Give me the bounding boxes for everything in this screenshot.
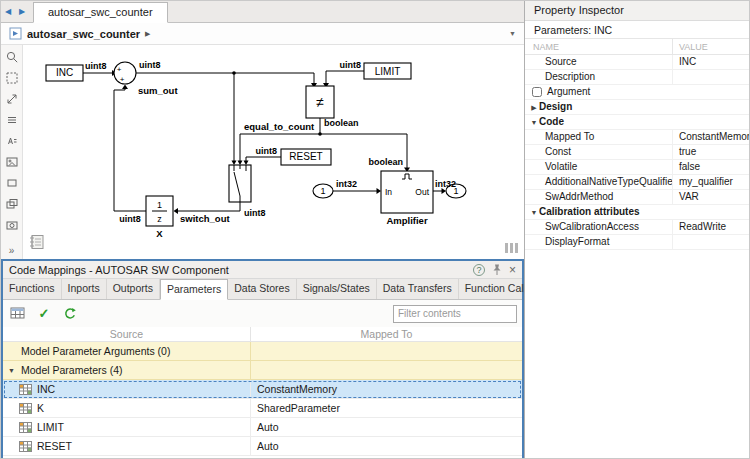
list-view-icon[interactable]	[4, 112, 20, 128]
property-name: Mapped To	[525, 130, 673, 144]
viewmarks-icon[interactable]	[4, 196, 20, 212]
row-description[interactable]: Description	[525, 70, 750, 85]
image-icon[interactable]	[4, 154, 20, 170]
row-additional-native-type-qualifier[interactable]: AdditionalNativeTypeQualifier my_qualifi…	[525, 175, 750, 190]
back-arrow-icon[interactable]: ◀	[1, 3, 15, 21]
amplifier-out-port-label: Out	[415, 187, 429, 197]
mapped-to-cell[interactable]: Auto	[251, 418, 522, 436]
block-glyphs	[152, 165, 412, 211]
signal-type-label: int32	[336, 179, 357, 189]
tab-outports[interactable]: Outports	[107, 279, 160, 299]
table-row-inc[interactable]: INC ConstantMemory	[3, 380, 522, 399]
signal-type-label: uint8	[256, 146, 278, 156]
breadcrumb: autosar_swc_counter ▶ ▼	[1, 23, 524, 45]
source-column-header[interactable]: Source	[3, 327, 251, 341]
group-label: Model Parameter Arguments (0)	[21, 345, 170, 357]
screenshot-icon[interactable]	[4, 217, 20, 233]
row-source[interactable]: Source INC	[525, 55, 750, 70]
fit-to-view-icon[interactable]	[4, 70, 20, 86]
area-box-icon[interactable]	[4, 175, 20, 191]
tab-data-stores[interactable]: Data Stores	[228, 279, 296, 299]
mapping-table-icon[interactable]	[8, 304, 28, 324]
breadcrumb-dropdown-icon[interactable]: ▼	[509, 30, 516, 37]
inspector-column-headers: NAME VALUE	[525, 39, 750, 55]
refresh-icon[interactable]	[60, 304, 80, 324]
breadcrumb-expand-icon[interactable]: ▶	[145, 30, 150, 38]
property-name: Argument	[547, 85, 590, 99]
signal-type-label: uint8	[119, 214, 141, 224]
collapse-chevron-icon[interactable]: ▼	[7, 367, 16, 374]
palette-expand-icon[interactable]: »	[9, 245, 15, 256]
row-swcalibrationaccess[interactable]: SwCalibrationAccess ReadWrite	[525, 220, 750, 235]
chevron-right-icon[interactable]: ▶	[529, 101, 539, 114]
tab-data-transfers[interactable]: Data Transfers	[377, 279, 459, 299]
tab-parameters[interactable]: Parameters	[160, 279, 228, 300]
property-name: SwCalibrationAccess	[525, 220, 673, 234]
property-value[interactable]: false	[673, 160, 750, 174]
pin-icon[interactable]	[492, 263, 502, 276]
close-icon[interactable]: ×	[509, 264, 516, 276]
resize-arrows-icon[interactable]	[4, 91, 20, 107]
table-row-reset[interactable]: RESET Auto	[3, 437, 522, 456]
model-badge-icon	[9, 27, 22, 40]
property-value[interactable]	[673, 70, 750, 84]
property-value[interactable]: true	[673, 145, 750, 159]
row-design-group[interactable]: ▶Design	[525, 100, 750, 115]
property-inspector: Property Inspector Parameters: INC NAME …	[524, 1, 750, 459]
tab-functions[interactable]: Functions	[3, 279, 62, 299]
argument-checkbox[interactable]	[532, 87, 542, 97]
code-mappings-tabs: Functions Inports Outports Parameters Da…	[3, 279, 522, 300]
tab-signals-states[interactable]: Signals/States	[297, 279, 377, 299]
annotation-icon[interactable]	[4, 133, 20, 149]
row-code-group[interactable]: ▼Code	[525, 115, 750, 130]
notepad-badge-icon[interactable]	[28, 233, 46, 253]
canvas-resize-grip[interactable]	[505, 243, 518, 253]
mapped-to-cell[interactable]: ConstantMemory	[251, 380, 522, 398]
group-name: Design	[539, 101, 572, 112]
property-value[interactable]: VAR	[673, 190, 750, 204]
signal-type-label: uint8	[244, 208, 266, 218]
chevron-down-icon[interactable]: ▼	[529, 116, 539, 129]
tab-autosar-swc-counter[interactable]: autosar_swc_counter	[33, 2, 168, 23]
validate-mappings-icon[interactable]: ✓	[34, 304, 54, 324]
row-calibration-attributes-group[interactable]: ▼Calibration attributes	[525, 205, 750, 220]
group-row-model-parameter-arguments[interactable]: Model Parameter Arguments (0)	[3, 342, 522, 361]
row-const[interactable]: Const true	[525, 145, 750, 160]
forward-arrow-icon[interactable]: ▶	[15, 3, 29, 21]
zoom-icon[interactable]	[4, 49, 20, 65]
row-mapped-to[interactable]: Mapped To ConstantMemory	[525, 130, 750, 145]
sum-plus-sign: +	[117, 65, 122, 74]
table-row-limit[interactable]: LIMIT Auto	[3, 418, 522, 437]
table-row-k[interactable]: K SharedParameter	[3, 399, 522, 418]
row-argument[interactable]: Argument	[525, 85, 750, 100]
mapped-to-cell[interactable]: Auto	[251, 437, 522, 455]
editor-palette: »	[1, 45, 23, 259]
amplifier-in-port-label: In	[385, 187, 392, 197]
row-swaddrmethod[interactable]: SwAddrMethod VAR	[525, 190, 750, 205]
mapped-to-column-header[interactable]: Mapped To	[251, 327, 522, 341]
parameter-icon	[19, 422, 32, 433]
group-row-model-parameters[interactable]: ▼Model Parameters (4)	[3, 361, 522, 380]
property-value[interactable]: my_qualifier	[673, 175, 750, 189]
row-displayformat[interactable]: DisplayFormat	[525, 235, 750, 250]
parameters-mapping-table: Source Mapped To Model Parameter Argumen…	[3, 327, 522, 458]
signal-type-label: uint8	[85, 61, 107, 71]
help-icon[interactable]: ?	[473, 264, 485, 276]
property-value[interactable]: ConstantMemory	[673, 130, 750, 144]
chevron-down-icon[interactable]: ▼	[529, 206, 539, 219]
signal-type-label: uint8	[340, 60, 362, 70]
tab-inports[interactable]: Inports	[62, 279, 107, 299]
property-value[interactable]	[673, 235, 750, 249]
property-name: AdditionalNativeTypeQualifier	[525, 175, 673, 189]
filter-contents-input[interactable]	[393, 305, 517, 323]
row-volatile[interactable]: Volatile false	[525, 160, 750, 175]
document-tab-bar: ◀ ▶ autosar_swc_counter	[1, 1, 524, 23]
mapped-to-cell[interactable]: SharedParameter	[251, 399, 522, 417]
code-mappings-header: Code Mappings - AUTOSAR SW Component ? ×	[3, 261, 522, 279]
property-value[interactable]: ReadWrite	[673, 220, 750, 234]
model-canvas[interactable]: INC + + uint8 uint8 sum_out LIMIT uint8 …	[23, 45, 524, 259]
property-name: Const	[525, 145, 673, 159]
block-diagram[interactable]: INC + + uint8 uint8 sum_out LIMIT uint8 …	[23, 45, 524, 259]
property-value[interactable]: INC	[673, 55, 750, 69]
breadcrumb-model-name[interactable]: autosar_swc_counter	[27, 28, 140, 40]
